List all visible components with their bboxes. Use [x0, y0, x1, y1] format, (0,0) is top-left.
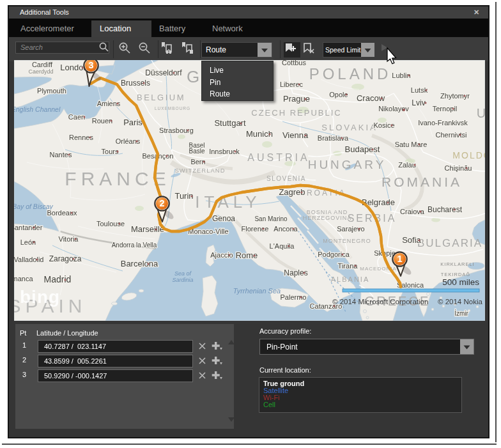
svg-text:Nikolayev: Nikolayev: [378, 105, 409, 112]
svg-text:Cottbus: Cottbus: [282, 60, 306, 66]
svg-text:Valladolid: Valladolid: [14, 256, 43, 263]
svg-text:Sarajevo: Sarajevo: [337, 225, 364, 233]
svg-text:Marseille: Marseille: [131, 224, 164, 234]
svg-text:Ancona: Ancona: [274, 225, 298, 233]
svg-text:Bucharest: Bucharest: [428, 205, 463, 214]
svg-text:Satu Mare: Satu Mare: [395, 141, 428, 148]
svg-text:Sea of: Sea of: [174, 270, 192, 277]
svg-text:Santander: Santander: [14, 224, 43, 231]
svg-text:Caerdydd: Caerdydd: [28, 68, 53, 75]
svg-text:Plymouth: Plymouth: [37, 87, 66, 95]
svg-text:English Channel: English Channel: [14, 105, 61, 113]
svg-text:© 2014 Microsoft Corporation: © 2014 Microsoft Corporation: [332, 298, 428, 305]
svg-text:Zalau: Zalau: [398, 161, 416, 169]
svg-text:Rouen: Rouen: [92, 117, 112, 125]
svg-text:Tours: Tours: [102, 148, 119, 155]
svg-text:Genoa: Genoa: [212, 214, 235, 223]
svg-text:SLOVAKIA: SLOVAKIA: [321, 123, 377, 132]
svg-text:U: U: [477, 106, 485, 120]
svg-text:Caen: Caen: [68, 113, 85, 121]
svg-text:MONTENEGRO: MONTENEGRO: [323, 238, 371, 244]
svg-text:HUNGARY: HUNGARY: [308, 158, 387, 171]
svg-text:Sardinia: Sardinia: [172, 277, 193, 283]
svg-text:Basle: Basle: [189, 148, 204, 155]
svg-text:500 miles: 500 miles: [442, 277, 479, 287]
svg-text:ROMANIA: ROMANIA: [382, 174, 462, 189]
svg-text:MOLDO: MOLDO: [452, 150, 485, 160]
svg-text:Budapest: Budapest: [345, 144, 380, 154]
svg-text:Palermo: Palermo: [281, 293, 307, 301]
svg-text:POLAND: POLAND: [309, 65, 392, 82]
svg-text:SWITZERLAND: SWITZERLAND: [174, 167, 225, 174]
svg-text:Ivano-Frankivsk: Ivano-Frankivsk: [418, 119, 468, 127]
svg-text:Bratislava: Bratislava: [318, 134, 349, 142]
svg-text:San Marino: San Marino: [254, 215, 288, 222]
svg-text:1: 1: [397, 254, 402, 264]
svg-text:L'Aquila: L'Aquila: [270, 242, 295, 250]
svg-text:CZECH REPUBLIC: CZECH REPUBLIC: [251, 108, 341, 118]
svg-text:TEKIRDAĞ: TEKIRDAĞ: [441, 272, 470, 277]
svg-text:BULGARIA: BULGARIA: [417, 237, 482, 249]
svg-text:Lviv: Lviv: [412, 98, 425, 107]
svg-text:ALBANIA: ALBANIA: [331, 275, 369, 283]
svg-text:3: 3: [88, 60, 93, 70]
svg-text:Lublin: Lublin: [392, 72, 410, 79]
svg-text:Barcelona: Barcelona: [121, 259, 158, 268]
svg-text:© 2014 Nokia: © 2014 Nokia: [438, 298, 482, 305]
svg-text:Chişinău: Chişinău: [445, 164, 472, 172]
svg-text:Düsseldorf: Düsseldorf: [145, 68, 182, 77]
svg-text:Opole: Opole: [329, 91, 348, 98]
svg-text:KIRKLARELI: KIRKLARELI: [440, 261, 474, 267]
svg-text:Brussels: Brussels: [121, 79, 150, 88]
svg-text:Cardiff: Cardiff: [32, 61, 53, 68]
svg-text:Monaco-Ville: Monaco-Ville: [188, 228, 228, 235]
svg-text:Madrid: Madrid: [44, 274, 72, 284]
svg-text:SLOVENIA: SLOVENIA: [266, 175, 306, 182]
svg-text:Florence: Florence: [242, 225, 269, 233]
svg-text:G: G: [187, 67, 199, 86]
svg-text:Chernivtsi: Chernivtsi: [436, 131, 467, 139]
svg-text:Paris: Paris: [123, 118, 143, 127]
svg-text:HERZEGOVINA: HERZEGOVINA: [303, 215, 352, 221]
svg-text:amanca: amanca: [14, 275, 33, 282]
svg-text:bing: bing: [20, 287, 60, 307]
svg-text:Andorra la Vella: Andorra la Vella: [112, 242, 157, 249]
svg-text:Zaragoza: Zaragoza: [49, 254, 82, 263]
svg-text:Tyrrhenian Sea: Tyrrhenian Sea: [233, 287, 281, 295]
svg-text:Podgorica: Podgorica: [318, 251, 350, 258]
svg-text:Bordeaux: Bordeaux: [47, 209, 77, 217]
svg-text:2: 2: [159, 198, 164, 208]
svg-text:BELGIUM: BELGIUM: [137, 93, 185, 102]
svg-text:AUSTRIA: AUSTRIA: [247, 152, 309, 163]
svg-text:İzmir: İzmir: [454, 309, 468, 317]
svg-text:LUXEMBOURG: LUXEMBOURG: [155, 106, 190, 111]
svg-text:Turin: Turin: [174, 191, 193, 201]
